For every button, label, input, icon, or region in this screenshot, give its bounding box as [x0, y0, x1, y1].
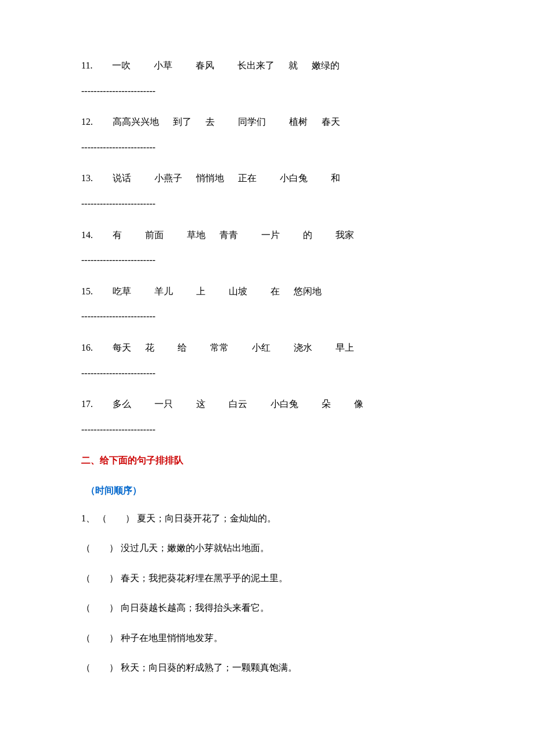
- word: 春风: [196, 60, 214, 70]
- word: 花: [145, 343, 154, 352]
- word: 羊儿: [154, 286, 173, 296]
- question-11: 11. 一吹 小草 春风 长出来了 就 嫩绿的: [81, 58, 464, 73]
- word: 前面: [145, 230, 164, 240]
- answer-line: ------------------------: [81, 253, 464, 268]
- question-number: 13.: [81, 173, 93, 183]
- word: 一只: [154, 399, 173, 409]
- answer-line: ------------------------: [81, 196, 464, 211]
- word: 每天: [113, 343, 131, 352]
- section-title: 二、给下面的句子排排队: [81, 453, 464, 468]
- word: 小白兔: [280, 173, 308, 183]
- word: 草地: [187, 230, 205, 240]
- section-note: （时间顺序）: [86, 483, 464, 498]
- blank-paren: （ ）: [98, 513, 135, 523]
- word: 浇水: [294, 343, 312, 352]
- word: 给: [178, 343, 187, 352]
- word-group: 有 前面 草地 青青 一片 的 我家: [113, 230, 354, 240]
- blank-paren: （ ）: [81, 573, 118, 583]
- word: 像: [354, 399, 363, 409]
- word: 植树: [289, 117, 308, 127]
- word: 高高兴兴地: [113, 117, 159, 127]
- word-group: 说话 小燕子 悄悄地 正在 小白兔 和: [113, 173, 340, 183]
- word: 同学们: [238, 117, 266, 127]
- answer-line: ------------------------: [81, 140, 464, 155]
- word: 白云: [229, 399, 247, 409]
- question-number: 17.: [81, 399, 93, 409]
- word-group: 吃草 羊儿 上 山坡 在 悠闲地: [113, 286, 322, 296]
- word: 和: [331, 173, 340, 183]
- question-12: 12. 高高兴兴地 到了 去 同学们 植树 春天: [81, 114, 464, 129]
- word: 在: [270, 286, 280, 296]
- word-group: 多么 一只 这 白云 小白兔 朵 像: [113, 399, 363, 409]
- blank-paren: （ ）: [81, 633, 118, 643]
- word: 小红: [252, 343, 270, 352]
- question-number: 14.: [81, 230, 93, 240]
- ordering-item-2: （ ） 没过几天；嫩嫩的小芽就钻出地面。: [81, 541, 464, 556]
- word: 去: [205, 117, 215, 127]
- word: 一吹: [112, 60, 131, 70]
- item-number: 1、: [81, 513, 95, 523]
- word-group: 一吹 小草 春风 长出来了 就 嫩绿的: [112, 60, 340, 70]
- question-14: 14. 有 前面 草地 青青 一片 的 我家: [81, 228, 464, 243]
- blank-paren: （ ）: [81, 603, 118, 613]
- question-number: 12.: [81, 117, 93, 127]
- sentence-text: 秋天；向日葵的籽成熟了；一颗颗真饱满。: [121, 663, 297, 672]
- word: 的: [303, 230, 312, 240]
- word: 有: [113, 230, 122, 240]
- sentence-text: 没过几天；嫩嫩的小芽就钻出地面。: [121, 543, 269, 553]
- sentence-text: 种子在地里悄悄地发芽。: [121, 633, 223, 643]
- ordering-item-1: 1、 （ ） 夏天；向日葵开花了；金灿灿的。: [81, 511, 464, 526]
- question-number: 16.: [81, 343, 93, 352]
- question-17: 17. 多么 一只 这 白云 小白兔 朵 像: [81, 397, 464, 412]
- answer-line: ------------------------: [81, 366, 464, 381]
- word: 多么: [113, 399, 131, 409]
- word: 说话: [113, 173, 131, 183]
- word: 到了: [173, 117, 192, 127]
- word: 小燕子: [154, 173, 182, 183]
- word: 这: [196, 399, 205, 409]
- sentence-text: 向日葵越长越高；我得抬头来看它。: [121, 603, 269, 613]
- blank-paren: （ ）: [81, 663, 118, 672]
- word: 青青: [219, 230, 238, 240]
- word-group: 每天 花 给 常常 小红 浇水 早上: [113, 343, 354, 352]
- sentence-text: 夏天；向日葵开花了；金灿灿的。: [137, 513, 276, 523]
- ordering-item-6: （ ） 秋天；向日葵的籽成熟了；一颗颗真饱满。: [81, 660, 464, 675]
- scramble-section: 11. 一吹 小草 春风 长出来了 就 嫩绿的 ----------------…: [81, 58, 464, 437]
- word: 我家: [335, 230, 354, 240]
- word: 小草: [154, 60, 172, 70]
- ordering-item-4: （ ） 向日葵越长越高；我得抬头来看它。: [81, 600, 464, 615]
- word: 上: [196, 286, 205, 296]
- word: 长出来了: [237, 60, 275, 70]
- ordering-item-3: （ ） 春天；我把葵花籽埋在黑乎乎的泥土里。: [81, 571, 464, 586]
- word: 吃草: [113, 286, 131, 296]
- word: 嫩绿的: [312, 60, 340, 70]
- answer-line: ------------------------: [81, 84, 464, 99]
- answer-line: ------------------------: [81, 422, 464, 437]
- sentence-text: 春天；我把葵花籽埋在黑乎乎的泥土里。: [121, 573, 288, 583]
- answer-line: ------------------------: [81, 309, 464, 324]
- word: 就: [288, 60, 298, 70]
- word: 小白兔: [270, 399, 298, 409]
- word: 山坡: [229, 286, 247, 296]
- question-15: 15. 吃草 羊儿 上 山坡 在 悠闲地: [81, 284, 464, 299]
- word-group: 高高兴兴地 到了 去 同学们 植树 春天: [113, 117, 340, 127]
- ordering-section: 二、给下面的句子排排队 （时间顺序） 1、 （ ） 夏天；向日葵开花了；金灿灿的…: [81, 453, 464, 675]
- word: 悄悄地: [196, 173, 224, 183]
- document-page: 11. 一吹 小草 春风 长出来了 就 嫩绿的 ----------------…: [0, 0, 534, 756]
- word: 正在: [238, 173, 257, 183]
- word: 朵: [322, 399, 331, 409]
- word: 常常: [210, 343, 229, 352]
- word: 春天: [322, 117, 340, 127]
- ordering-item-5: （ ） 种子在地里悄悄地发芽。: [81, 631, 464, 646]
- question-13: 13. 说话 小燕子 悄悄地 正在 小白兔 和: [81, 171, 464, 186]
- blank-paren: （ ）: [81, 543, 118, 553]
- question-16: 16. 每天 花 给 常常 小红 浇水 早上: [81, 340, 464, 355]
- question-number: 11.: [81, 60, 92, 70]
- word: 悠闲地: [294, 286, 322, 296]
- question-number: 15.: [81, 286, 93, 296]
- word: 一片: [261, 230, 280, 240]
- word: 早上: [335, 343, 354, 352]
